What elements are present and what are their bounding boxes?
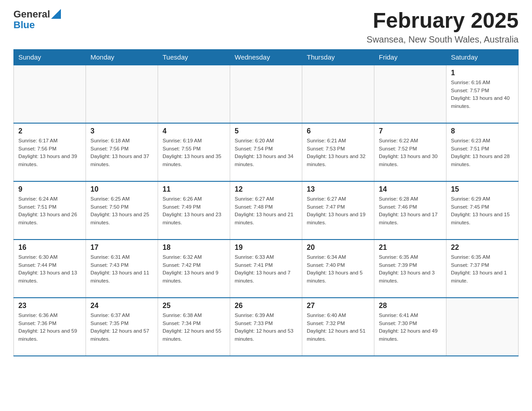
day-number: 23 — [18, 302, 81, 310]
day-info: Sunrise: 6:23 AMSunset: 7:51 PMDaylight:… — [451, 137, 514, 169]
calendar-cell: 10Sunrise: 6:25 AMSunset: 7:50 PMDayligh… — [86, 181, 158, 240]
calendar-cell: 28Sunrise: 6:41 AMSunset: 7:30 PMDayligh… — [374, 298, 446, 356]
calendar-cell — [302, 65, 374, 123]
location-title: Swansea, New South Wales, Australia — [367, 34, 519, 45]
day-info: Sunrise: 6:27 AMSunset: 7:47 PMDaylight:… — [307, 195, 369, 227]
day-info: Sunrise: 6:35 AMSunset: 7:37 PMDaylight:… — [451, 253, 514, 285]
calendar-cell: 27Sunrise: 6:40 AMSunset: 7:32 PMDayligh… — [302, 298, 374, 356]
day-number: 20 — [307, 244, 369, 252]
calendar-cell: 21Sunrise: 6:35 AMSunset: 7:39 PMDayligh… — [374, 240, 446, 298]
month-title: February 2025 — [367, 9, 519, 33]
day-info: Sunrise: 6:40 AMSunset: 7:32 PMDaylight:… — [307, 312, 369, 343]
day-number: 19 — [235, 244, 297, 252]
day-number: 21 — [379, 244, 442, 252]
logo-general: General — [13, 9, 50, 20]
calendar-table: SundayMondayTuesdayWednesdayThursdayFrid… — [13, 49, 519, 356]
week-row-3: 9Sunrise: 6:24 AMSunset: 7:51 PMDaylight… — [14, 181, 519, 240]
weekday-header-wednesday: Wednesday — [230, 49, 302, 65]
calendar-cell: 4Sunrise: 6:19 AMSunset: 7:55 PMDaylight… — [158, 123, 230, 181]
day-info: Sunrise: 6:37 AMSunset: 7:35 PMDaylight:… — [90, 312, 153, 343]
day-info: Sunrise: 6:39 AMSunset: 7:33 PMDaylight:… — [235, 312, 297, 343]
day-number: 17 — [90, 244, 153, 252]
calendar-cell: 9Sunrise: 6:24 AMSunset: 7:51 PMDaylight… — [14, 181, 86, 240]
week-row-4: 16Sunrise: 6:30 AMSunset: 7:44 PMDayligh… — [14, 240, 519, 298]
weekday-header-saturday: Saturday — [446, 49, 519, 65]
day-info: Sunrise: 6:18 AMSunset: 7:56 PMDaylight:… — [90, 137, 153, 169]
day-number: 16 — [18, 244, 81, 252]
day-number: 25 — [163, 302, 225, 310]
day-number: 24 — [90, 302, 153, 310]
day-number: 28 — [379, 302, 442, 310]
day-info: Sunrise: 6:19 AMSunset: 7:55 PMDaylight:… — [163, 137, 225, 169]
day-info: Sunrise: 6:24 AMSunset: 7:51 PMDaylight:… — [18, 195, 81, 227]
calendar-cell: 13Sunrise: 6:27 AMSunset: 7:47 PMDayligh… — [302, 181, 374, 240]
day-info: Sunrise: 6:35 AMSunset: 7:39 PMDaylight:… — [379, 253, 442, 285]
week-row-2: 2Sunrise: 6:17 AMSunset: 7:56 PMDaylight… — [14, 123, 519, 181]
day-info: Sunrise: 6:29 AMSunset: 7:45 PMDaylight:… — [451, 195, 514, 227]
logo-arrow-icon — [51, 9, 61, 19]
page-header: General Blue February 2025 Swansea, New … — [13, 9, 519, 45]
calendar-cell: 11Sunrise: 6:26 AMSunset: 7:49 PMDayligh… — [158, 181, 230, 240]
day-number: 18 — [163, 244, 225, 252]
title-section: February 2025 Swansea, New South Wales, … — [367, 9, 519, 45]
day-number: 27 — [307, 302, 369, 310]
week-row-5: 23Sunrise: 6:36 AMSunset: 7:36 PMDayligh… — [14, 298, 519, 356]
day-number: 22 — [451, 244, 514, 252]
calendar-cell: 19Sunrise: 6:33 AMSunset: 7:41 PMDayligh… — [230, 240, 302, 298]
day-info: Sunrise: 6:31 AMSunset: 7:43 PMDaylight:… — [90, 253, 153, 285]
calendar-cell: 5Sunrise: 6:20 AMSunset: 7:54 PMDaylight… — [230, 123, 302, 181]
day-info: Sunrise: 6:16 AMSunset: 7:57 PMDaylight:… — [451, 79, 514, 111]
weekday-header-friday: Friday — [374, 49, 446, 65]
day-number: 14 — [379, 185, 442, 193]
day-info: Sunrise: 6:30 AMSunset: 7:44 PMDaylight:… — [18, 253, 81, 285]
day-number: 3 — [90, 127, 153, 135]
day-number: 11 — [163, 185, 225, 193]
day-number: 2 — [18, 127, 81, 135]
day-info: Sunrise: 6:28 AMSunset: 7:46 PMDaylight:… — [379, 195, 442, 227]
day-info: Sunrise: 6:20 AMSunset: 7:54 PMDaylight:… — [235, 137, 297, 169]
calendar-cell: 12Sunrise: 6:27 AMSunset: 7:48 PMDayligh… — [230, 181, 302, 240]
calendar-cell: 2Sunrise: 6:17 AMSunset: 7:56 PMDaylight… — [14, 123, 86, 181]
weekday-header-row: SundayMondayTuesdayWednesdayThursdayFrid… — [14, 49, 519, 65]
calendar-cell — [446, 298, 519, 356]
calendar-cell — [374, 65, 446, 123]
day-number: 8 — [451, 127, 514, 135]
logo-blue: Blue — [13, 19, 35, 30]
calendar-cell — [158, 65, 230, 123]
calendar-cell: 8Sunrise: 6:23 AMSunset: 7:51 PMDaylight… — [446, 123, 519, 181]
day-info: Sunrise: 6:36 AMSunset: 7:36 PMDaylight:… — [18, 312, 81, 343]
week-row-1: 1Sunrise: 6:16 AMSunset: 7:57 PMDaylight… — [14, 65, 519, 123]
calendar-cell: 20Sunrise: 6:34 AMSunset: 7:40 PMDayligh… — [302, 240, 374, 298]
day-info: Sunrise: 6:21 AMSunset: 7:53 PMDaylight:… — [307, 137, 369, 169]
calendar-cell: 3Sunrise: 6:18 AMSunset: 7:56 PMDaylight… — [86, 123, 158, 181]
day-number: 6 — [307, 127, 369, 135]
calendar-cell: 6Sunrise: 6:21 AMSunset: 7:53 PMDaylight… — [302, 123, 374, 181]
day-info: Sunrise: 6:34 AMSunset: 7:40 PMDaylight:… — [307, 253, 369, 285]
day-number: 7 — [379, 127, 442, 135]
day-info: Sunrise: 6:41 AMSunset: 7:30 PMDaylight:… — [379, 312, 442, 343]
weekday-header-monday: Monday — [86, 49, 158, 65]
weekday-header-sunday: Sunday — [14, 49, 86, 65]
weekday-header-tuesday: Tuesday — [158, 49, 230, 65]
day-number: 13 — [307, 185, 369, 193]
day-number: 9 — [18, 185, 81, 193]
day-info: Sunrise: 6:33 AMSunset: 7:41 PMDaylight:… — [235, 253, 297, 285]
day-info: Sunrise: 6:17 AMSunset: 7:56 PMDaylight:… — [18, 137, 81, 169]
day-info: Sunrise: 6:27 AMSunset: 7:48 PMDaylight:… — [235, 195, 297, 227]
day-info: Sunrise: 6:38 AMSunset: 7:34 PMDaylight:… — [163, 312, 225, 343]
weekday-header-thursday: Thursday — [302, 49, 374, 65]
calendar-cell: 17Sunrise: 6:31 AMSunset: 7:43 PMDayligh… — [86, 240, 158, 298]
day-number: 4 — [163, 127, 225, 135]
calendar-cell: 15Sunrise: 6:29 AMSunset: 7:45 PMDayligh… — [446, 181, 519, 240]
svg-marker-0 — [51, 9, 61, 19]
day-number: 1 — [451, 69, 514, 77]
day-info: Sunrise: 6:26 AMSunset: 7:49 PMDaylight:… — [163, 195, 225, 227]
day-number: 10 — [90, 185, 153, 193]
day-info: Sunrise: 6:22 AMSunset: 7:52 PMDaylight:… — [379, 137, 442, 169]
calendar-cell: 14Sunrise: 6:28 AMSunset: 7:46 PMDayligh… — [374, 181, 446, 240]
day-number: 15 — [451, 185, 514, 193]
calendar-cell: 23Sunrise: 6:36 AMSunset: 7:36 PMDayligh… — [14, 298, 86, 356]
day-info: Sunrise: 6:25 AMSunset: 7:50 PMDaylight:… — [90, 195, 153, 227]
calendar-cell: 18Sunrise: 6:32 AMSunset: 7:42 PMDayligh… — [158, 240, 230, 298]
calendar-cell: 22Sunrise: 6:35 AMSunset: 7:37 PMDayligh… — [446, 240, 519, 298]
